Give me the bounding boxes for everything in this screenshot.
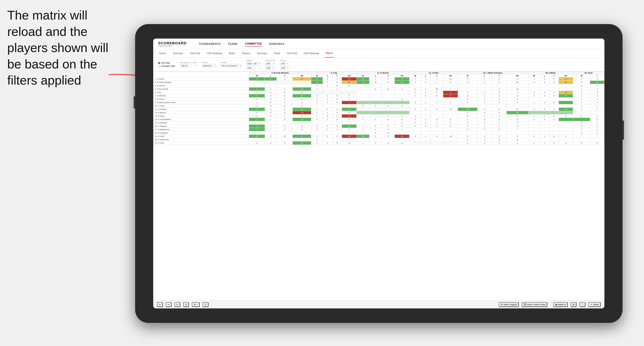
save-icon: 💾 [524,303,526,306]
division-select-wrapper[interactable]: NCAA Division II [220,64,242,67]
table-row: 1. J Garcia 31027 301-11 4100 11110 0106… [154,77,604,81]
col-w6: W [528,74,540,77]
matrix-table: 2. M Kelly Mulcahy 6. A Dy 11. G Woods 2… [153,71,604,145]
col-w7: W [573,74,590,77]
tab-summary[interactable]: Summary [172,49,184,58]
gender-select[interactable]: Women's [202,64,216,67]
col-w3: W [356,74,370,77]
col-dif5: Dif [506,74,528,77]
view-options: Full View Compact View [158,62,175,67]
table-row: 8. M Torres 0018 0102 3 0108 01 [154,98,604,101]
tab-players[interactable]: Players [241,49,251,58]
players-label: Players [280,59,288,61]
tab-teams[interactable]: Teams [158,49,167,58]
col-header-stoll: 21. O Stoll [410,72,458,74]
tab-matrix2[interactable]: Matrix [325,49,334,58]
table-row: 12. A Bianchi 200-16 1104 20026 [154,111,604,114]
col-header-za: 60. W Za [573,72,604,74]
region-select[interactable]: East - DII [246,62,260,65]
tab-h2h-grid[interactable]: H2H Grid [189,49,201,58]
player-name: 5. A Nomrowski [154,87,249,91]
tab-detail[interactable]: Detail [273,49,281,58]
col-w4: W [410,74,421,77]
share-button[interactable]: ↗ Share [588,302,600,307]
table-row: 3. S Jelinek 02017 01 [154,84,604,87]
tab-h2h-grid2[interactable]: H2H Grid [286,49,298,58]
division-label: Division [220,61,242,64]
reset-timer-button[interactable]: ⏱ [202,302,208,307]
nav-teams[interactable]: TEAMS [228,41,238,46]
tablet-side-button [134,96,135,108]
tablet-screen: SCOREBOARD Powered by clippd TOURNAMENTS… [153,38,604,308]
region-all-select[interactable]: (All) [246,66,255,70]
player-name: 8. M Torres [154,98,249,101]
conference-select2[interactable]: (All) [265,66,274,70]
watch-button[interactable]: ◉ Watch ▾ [553,302,568,307]
players-select1-wrapper[interactable]: (All) [280,62,288,65]
col-l2: L [323,74,332,77]
table-row: 6. A Dy 70011 120-4 0104 04024 13 [154,91,604,94]
player-name: 14. S Srichantamit [154,118,249,121]
max-players-select[interactable]: Top 25 [180,64,192,67]
table-row: 2. M Kelly Mulcahy 07040 1010050 1010 01… [154,81,604,84]
nav-rankings[interactable]: RANKINGS [269,41,284,46]
main-content[interactable]: 2. M Kelly Mulcahy 6. A Dy 11. G Woods 2… [153,71,604,300]
player-name: 1. J Garcia [154,77,249,81]
col-t3: T [382,74,395,77]
players-select2-wrapper[interactable]: (All) [280,66,288,70]
conference-label: Conference [265,59,275,61]
full-view-radio[interactable] [158,62,160,64]
col-w1: W [249,74,265,77]
player-name: 16. X Mcgaha [154,125,249,128]
gender-label: Gender [202,61,216,64]
nav-committee[interactable]: COMMITTEE [245,41,262,46]
conference-select1[interactable]: (All) [265,62,274,65]
region-select-wrapper[interactable]: East - DII [246,62,260,65]
table-row: 9. A Maria Jimenez Rios 1005 100-7 0102 … [154,101,604,104]
conference-select1-wrapper[interactable]: (All) [265,62,275,65]
compact-view-option[interactable]: Compact View [158,65,175,67]
col-dif2: Dif [342,74,356,77]
logo-subtitle: Powered by clippd [158,45,186,47]
view-original-button[interactable]: 👁 View: Original [499,302,519,307]
undo-button[interactable]: ↩ [157,302,163,307]
col-dif1: Dif [293,74,311,77]
players-select1[interactable]: (All) [280,62,288,65]
region-label: Region [246,59,260,61]
row-header-empty [154,72,249,77]
settings-button[interactable]: ⚙ [571,302,576,307]
division-select[interactable]: NCAA Division II [220,64,242,67]
col-t2: T [332,74,342,77]
save-custom-label: Save Custom View [527,303,545,306]
view-original-label: View: Original [504,303,517,306]
tab-summary2[interactable]: Summary [256,49,268,58]
refresh-button[interactable]: ↻ [174,302,180,307]
max-players-filter: Max players in view Top 25 [180,61,197,67]
compact-view-radio[interactable] [158,65,160,67]
zoom-fit-button[interactable]: ⊡ [183,302,189,307]
max-players-select-wrapper[interactable]: Top 25 [180,64,197,67]
tab-matrix[interactable]: Matrix [228,49,236,58]
expand-button[interactable]: ⛶ [579,302,585,307]
zoom-controls[interactable]: ⊕ − [192,302,200,307]
region-all-select-wrapper[interactable]: (All) [246,66,260,70]
table-row: 20. E Andersson 2 0108 [154,138,604,142]
tab-h2h-heatmap2[interactable]: H2H Heatmap [303,49,320,58]
col-header-mulcahy: 2. M Kelly Mulcahy [249,72,311,74]
bottom-toolbar: ↩ ↪ ↻ ⊡ ⊕ − ⏱ 👁 View: Original 💾 Save Cu… [153,300,604,308]
nav-tournaments[interactable]: TOURNAMENTS [198,41,220,46]
col-l6: L [540,74,549,77]
col-dif3: Dif [394,74,409,77]
full-view-option[interactable]: Full View [158,62,175,64]
conference-select2-wrapper[interactable]: (All) [265,66,275,70]
table-row: 19. J Karth 310194 400-20 1300-31 210-18… [154,135,604,138]
players-select2[interactable]: (All) [280,66,288,70]
top-navigation: SCOREBOARD Powered by clippd TOURNAMENTS… [153,38,604,49]
redo-button[interactable]: ↪ [166,302,172,307]
col-l5: L [477,74,492,77]
tab-h2h-heatmap[interactable]: H2H Heatmap [206,49,223,58]
save-custom-button[interactable]: 💾 Save Custom View [522,302,547,307]
player-name: 10. L Perini [154,104,249,108]
eye-icon: 👁 [501,303,503,306]
gender-select-wrapper[interactable]: Women's [202,64,216,67]
